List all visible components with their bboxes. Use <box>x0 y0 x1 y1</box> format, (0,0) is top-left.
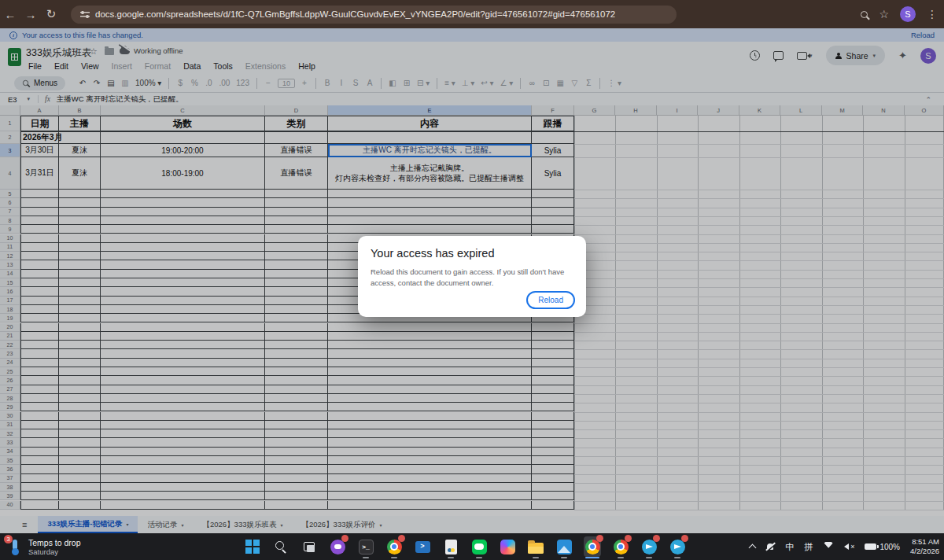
text-wrap-icon[interactable]: ↩ ▾ <box>478 79 496 87</box>
cell-C13[interactable] <box>101 260 265 269</box>
browser-menu-icon[interactable]: ⋮ <box>927 8 938 20</box>
copilot-icon[interactable] <box>499 536 516 557</box>
cell-E30[interactable] <box>328 412 532 421</box>
cell-C19[interactable] <box>101 314 265 322</box>
document-title[interactable]: 333娱乐城班表 <box>26 46 91 60</box>
menu-tools[interactable]: Tools <box>208 60 238 72</box>
cell-B14[interactable] <box>59 270 101 278</box>
row-header-5[interactable]: 5 <box>0 190 20 198</box>
menu-insert[interactable]: Insert <box>107 60 137 72</box>
cell-F3[interactable]: Sylia <box>532 144 574 157</box>
print-icon[interactable]: ▤ <box>105 79 117 87</box>
version-history-icon[interactable] <box>750 50 760 61</box>
notifications-off-icon[interactable] <box>765 543 775 551</box>
cell-E38[interactable] <box>328 483 532 492</box>
cell-A34[interactable] <box>20 448 59 456</box>
cell-B9[interactable] <box>59 225 101 234</box>
cell-C23[interactable] <box>101 349 265 358</box>
currency-icon[interactable]: $ <box>174 79 186 87</box>
move-folder-icon[interactable] <box>105 48 114 55</box>
cell-D6[interactable] <box>265 198 328 207</box>
cell-C37[interactable] <box>101 474 265 483</box>
strikethrough-icon[interactable]: S <box>349 79 362 87</box>
cell-D14[interactable] <box>265 270 328 278</box>
cell-B21[interactable] <box>59 332 101 341</box>
row-header-7[interactable]: 7 <box>0 208 20 216</box>
cell-C1[interactable]: 场数 <box>101 116 265 131</box>
cell-C15[interactable] <box>101 278 265 287</box>
cell-D18[interactable] <box>265 305 328 314</box>
cell-A26[interactable] <box>20 376 59 385</box>
cell-E3[interactable]: 主播WC 离开时忘记关镜头，已提醒。 <box>328 144 532 157</box>
row-header-30[interactable]: 30 <box>0 412 20 421</box>
more-icon[interactable]: ⋮ ▾ <box>605 79 624 87</box>
cell-A9[interactable] <box>20 225 59 234</box>
cell-B30[interactable] <box>59 412 101 421</box>
cell-F32[interactable] <box>532 429 574 438</box>
row-header-11[interactable]: 11 <box>0 243 20 252</box>
merge-cells-icon[interactable]: ⊟ ▾ <box>415 79 432 87</box>
cell-F31[interactable] <box>532 421 574 429</box>
cell-E20[interactable] <box>328 323 532 332</box>
cell-B38[interactable] <box>59 483 101 492</box>
cell-C18[interactable] <box>101 305 265 314</box>
cell-D17[interactable] <box>265 297 328 305</box>
menu-help[interactable]: Help <box>293 60 320 72</box>
cell-B36[interactable] <box>59 465 101 473</box>
cell-F20[interactable] <box>532 323 574 332</box>
vertical-align-icon[interactable]: ⊥ ▾ <box>459 79 478 87</box>
row-header-40[interactable]: 40 <box>0 501 20 510</box>
cell-B37[interactable] <box>59 474 101 483</box>
cell-E2[interactable] <box>328 131 532 144</box>
cell-B2[interactable] <box>59 131 101 144</box>
cell-D13[interactable] <box>265 260 328 269</box>
cell-A22[interactable] <box>20 341 59 349</box>
cell-E28[interactable] <box>328 394 532 403</box>
row-header-29[interactable]: 29 <box>0 403 20 411</box>
cell-B25[interactable] <box>59 367 101 376</box>
cell-B29[interactable] <box>59 403 101 411</box>
row-header-18[interactable]: 18 <box>0 305 20 314</box>
cell-D39[interactable] <box>265 492 328 500</box>
cell-A38[interactable] <box>20 483 59 492</box>
collapse-toolbar-icon[interactable]: ⌃ <box>925 96 931 104</box>
battery-indicator[interactable]: 100% <box>865 543 900 551</box>
cell-C26[interactable] <box>101 376 265 385</box>
column-header-C[interactable]: C <box>101 105 265 116</box>
cell-A23[interactable] <box>20 349 59 358</box>
cell-B4[interactable]: 夏沫 <box>59 157 101 190</box>
cell-D30[interactable] <box>265 412 328 421</box>
cell-E4[interactable]: 主播上播忘记戴胸牌。灯内容未检查好，有部分内容被隐藏。已提醒主播调整 <box>328 157 532 190</box>
cell-C24[interactable] <box>101 359 265 367</box>
cell-B16[interactable] <box>59 287 101 296</box>
italic-icon[interactable]: I <box>335 79 348 87</box>
cell-B33[interactable] <box>59 438 101 447</box>
cell-A33[interactable] <box>20 438 59 447</box>
cell-F25[interactable] <box>532 367 574 376</box>
cell-D25[interactable] <box>265 367 328 376</box>
cell-F24[interactable] <box>532 359 574 367</box>
cell-A28[interactable] <box>20 394 59 403</box>
text-rotate-icon[interactable]: ∠ ▾ <box>498 79 516 87</box>
cell-C20[interactable] <box>101 323 265 332</box>
cell-E22[interactable] <box>328 341 532 349</box>
cell-A37[interactable] <box>20 474 59 483</box>
number-format-icon[interactable]: 123 <box>234 79 252 87</box>
cell-A39[interactable] <box>20 492 59 500</box>
cell-B19[interactable] <box>59 314 101 322</box>
comment-icon[interactable]: ⊡ <box>540 79 552 87</box>
cell-F27[interactable] <box>532 385 574 394</box>
cell-A8[interactable] <box>20 216 59 225</box>
comments-icon[interactable] <box>773 51 784 60</box>
row-header-36[interactable]: 36 <box>0 465 20 473</box>
cell-D37[interactable] <box>265 474 328 483</box>
column-header-M[interactable]: M <box>822 105 863 116</box>
bookmark-star-icon[interactable]: ☆ <box>879 8 889 20</box>
tray-expand-icon[interactable] <box>749 544 757 552</box>
cell-C22[interactable] <box>101 341 265 349</box>
cell-D23[interactable] <box>265 349 328 358</box>
line-app-icon[interactable] <box>470 536 488 557</box>
menus-search-button[interactable]: Menus <box>14 76 65 90</box>
row-header-1[interactable]: 1 <box>0 116 20 131</box>
cell-F8[interactable] <box>532 216 574 225</box>
